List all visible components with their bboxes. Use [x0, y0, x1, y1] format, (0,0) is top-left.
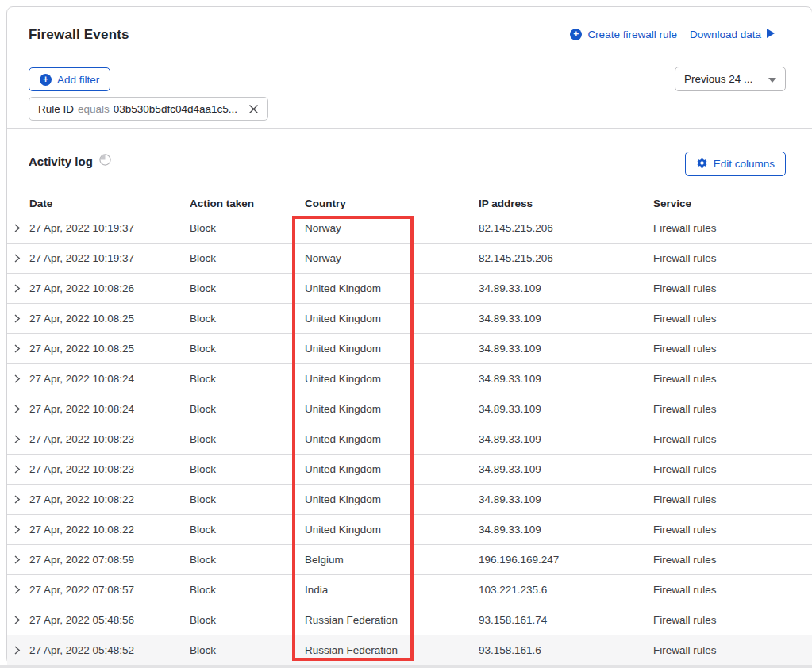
cell-date: 27 Apr, 2022 10:08:26 [29, 282, 190, 294]
chevron-right-icon[interactable] [13, 616, 21, 624]
filter-operator: equals [78, 103, 110, 115]
cell-ip-address: 93.158.161.6 [479, 644, 653, 656]
cell-service: Firewall rules [653, 493, 812, 505]
column-header-service[interactable]: Service [653, 198, 812, 209]
cell-service: Firewall rules [653, 644, 812, 656]
cell-date: 27 Apr, 2022 10:19:37 [29, 222, 190, 234]
cell-action-taken: Block [190, 524, 305, 536]
download-data-label: Download data [690, 29, 761, 40]
cell-country: Norway [305, 252, 479, 264]
chevron-right-icon[interactable] [13, 465, 21, 474]
cell-action-taken: Block [190, 373, 305, 385]
table-row[interactable]: 27 Apr, 2022 05:48:52 Block Russian Fede… [7, 635, 812, 666]
chevron-down-icon [768, 73, 776, 85]
cell-action-taken: Block [190, 222, 305, 234]
cell-action-taken: Block [190, 252, 305, 264]
table-row[interactable]: 27 Apr, 2022 10:08:23 Block United Kingd… [7, 424, 812, 455]
cell-date: 27 Apr, 2022 10:08:23 [29, 433, 190, 445]
cell-date: 27 Apr, 2022 10:08:23 [29, 463, 190, 475]
cell-ip-address: 82.145.215.206 [479, 252, 653, 264]
filter-value: 03b530b5dfc04d4aa1c5... [114, 103, 237, 115]
cell-action-taken: Block [190, 614, 305, 626]
cell-ip-address: 93.158.161.74 [479, 614, 653, 626]
plus-circle-icon: + [570, 29, 582, 40]
table-row[interactable]: 27 Apr, 2022 10:19:37 Block Norway 82.14… [7, 213, 812, 244]
gear-icon [696, 157, 708, 171]
cell-action-taken: Block [190, 644, 305, 656]
table-row[interactable]: 27 Apr, 2022 07:08:59 Block Belgium 196.… [7, 545, 812, 575]
cell-service: Firewall rules [653, 343, 812, 355]
table-header-row: Date Action taken Country IP address Ser… [7, 194, 812, 213]
cell-action-taken: Block [190, 584, 305, 596]
table-row[interactable]: 27 Apr, 2022 10:19:37 Block Norway 82.14… [7, 244, 812, 274]
table-row[interactable]: 27 Apr, 2022 10:08:25 Block United Kingd… [7, 304, 812, 334]
column-header-action[interactable]: Action taken [190, 198, 305, 209]
chevron-right-icon[interactable] [13, 495, 21, 504]
chevron-right-icon[interactable] [13, 344, 21, 353]
chevron-right-icon[interactable] [13, 374, 21, 383]
add-filter-button[interactable]: + Add filter [29, 67, 110, 91]
cell-country: Belgium [305, 554, 479, 566]
chevron-right-icon[interactable] [13, 525, 21, 534]
cell-country: Russian Federation [305, 644, 479, 656]
cell-action-taken: Block [190, 313, 305, 324]
cell-action-taken: Block [190, 554, 305, 566]
table-row[interactable]: 27 Apr, 2022 10:08:23 Block United Kingd… [7, 455, 812, 485]
table-row[interactable]: 27 Apr, 2022 10:08:22 Block United Kingd… [7, 515, 812, 545]
chevron-right-icon[interactable] [13, 284, 21, 293]
cell-country: United Kingdom [305, 343, 479, 355]
time-range-select[interactable]: Previous 24 ... [675, 67, 786, 91]
chevron-right-icon[interactable] [13, 254, 21, 263]
plus-circle-icon: + [40, 74, 52, 86]
cell-ip-address: 34.89.33.109 [479, 343, 653, 355]
clock-pie-icon [99, 154, 111, 168]
cell-country: Russian Federation [305, 614, 479, 626]
chevron-right-icon[interactable] [13, 314, 21, 323]
chevron-right-icon[interactable] [13, 646, 21, 655]
chevron-right-icon[interactable] [13, 555, 21, 564]
table-row[interactable]: 27 Apr, 2022 07:08:57 Block India 103.22… [7, 575, 812, 605]
play-arrow-icon [767, 29, 775, 40]
chevron-right-icon[interactable] [13, 224, 21, 232]
cell-country: United Kingdom [305, 433, 479, 445]
cell-service: Firewall rules [653, 524, 812, 536]
cell-ip-address: 34.89.33.109 [479, 282, 653, 294]
cell-ip-address: 34.89.33.109 [479, 373, 653, 385]
cell-ip-address: 34.89.33.109 [479, 313, 653, 324]
table-body: 27 Apr, 2022 10:19:37 Block Norway 82.14… [7, 213, 812, 666]
cell-action-taken: Block [190, 343, 305, 355]
cell-service: Firewall rules [653, 433, 812, 445]
cell-country: United Kingdom [305, 282, 479, 294]
cell-date: 27 Apr, 2022 10:08:25 [29, 343, 190, 355]
cell-action-taken: Block [190, 282, 305, 294]
table-row[interactable]: 27 Apr, 2022 05:48:56 Block Russian Fede… [7, 605, 812, 635]
cell-ip-address: 82.145.215.206 [479, 222, 653, 234]
table-row[interactable]: 27 Apr, 2022 10:08:24 Block United Kingd… [7, 364, 812, 394]
chevron-right-icon[interactable] [13, 435, 21, 443]
column-header-country[interactable]: Country [305, 198, 479, 209]
filter-chip-rule-id[interactable]: Rule ID equals 03b530b5dfc04d4aa1c5... [29, 97, 268, 121]
download-data-link[interactable]: Download data [690, 29, 775, 40]
time-range-value: Previous 24 ... [684, 73, 752, 85]
activity-log-table: Date Action taken Country IP address Ser… [7, 194, 812, 666]
cell-date: 27 Apr, 2022 10:08:24 [29, 403, 190, 415]
column-header-date[interactable]: Date [29, 198, 190, 209]
page-title: Firewall Events [29, 27, 129, 43]
chevron-right-icon[interactable] [13, 405, 21, 413]
cell-ip-address: 34.89.33.109 [479, 463, 653, 475]
table-row[interactable]: 27 Apr, 2022 10:08:24 Block United Kingd… [7, 394, 812, 424]
create-firewall-rule-link[interactable]: + Create firewall rule [570, 29, 677, 40]
table-row[interactable]: 27 Apr, 2022 10:08:25 Block United Kingd… [7, 334, 812, 364]
cell-service: Firewall rules [653, 614, 812, 626]
cell-service: Firewall rules [653, 313, 812, 324]
cell-country: United Kingdom [305, 373, 479, 385]
chevron-right-icon[interactable] [13, 585, 21, 594]
column-header-ip[interactable]: IP address [479, 198, 653, 209]
cell-action-taken: Block [190, 493, 305, 505]
table-row[interactable]: 27 Apr, 2022 10:08:26 Block United Kingd… [7, 274, 812, 304]
table-row[interactable]: 27 Apr, 2022 10:08:22 Block United Kingd… [7, 485, 812, 515]
cell-date: 27 Apr, 2022 10:08:24 [29, 373, 190, 385]
cell-date: 27 Apr, 2022 10:08:25 [29, 313, 190, 324]
close-icon[interactable] [248, 104, 259, 114]
edit-columns-button[interactable]: Edit columns [685, 152, 786, 176]
